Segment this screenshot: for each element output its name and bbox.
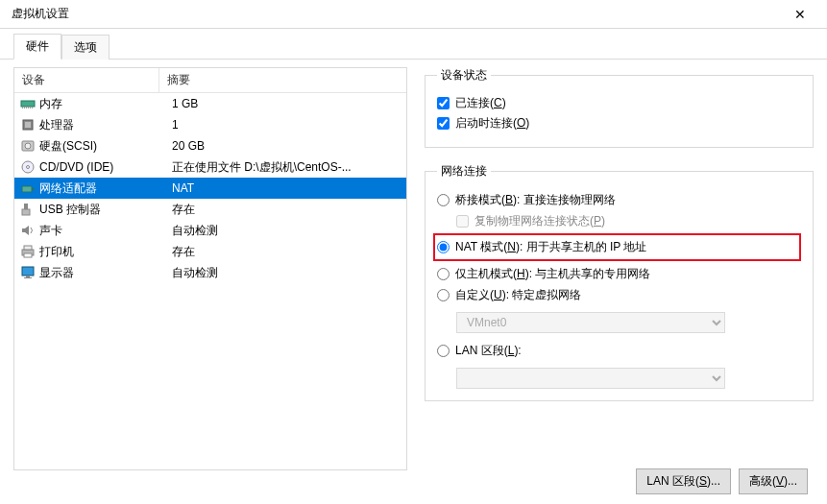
device-row[interactable]: 声卡自动检测 bbox=[14, 220, 406, 241]
nat-radio[interactable] bbox=[437, 241, 450, 253]
tab-hardware[interactable]: 硬件 bbox=[13, 34, 61, 60]
close-button[interactable]: ✕ bbox=[781, 0, 819, 29]
svg-rect-22 bbox=[26, 276, 30, 277]
device-summary: NAT bbox=[168, 181, 402, 195]
connect-at-poweron-checkbox[interactable] bbox=[437, 117, 450, 130]
svg-rect-21 bbox=[22, 267, 34, 276]
device-summary: 1 GB bbox=[168, 97, 402, 110]
device-row[interactable]: 内存1 GB bbox=[14, 93, 406, 114]
column-device[interactable]: 设备 bbox=[14, 68, 158, 92]
device-name: 网络适配器 bbox=[39, 180, 168, 197]
svg-rect-13 bbox=[22, 186, 32, 192]
lanseg-radio[interactable] bbox=[437, 345, 450, 357]
column-summary[interactable]: 摘要 bbox=[158, 68, 406, 92]
device-row[interactable]: USB 控制器存在 bbox=[14, 199, 406, 220]
usb-icon bbox=[20, 202, 36, 217]
device-row[interactable]: 硬盘(SCSI)20 GB bbox=[14, 135, 406, 156]
custom-label: 自定义(U): 特定虚拟网络 bbox=[455, 287, 581, 303]
svg-rect-4 bbox=[28, 107, 29, 108]
device-name: 处理器 bbox=[39, 117, 168, 133]
connect-at-poweron-label: 启动时连接(O) bbox=[455, 115, 529, 132]
sound-icon bbox=[20, 223, 36, 238]
bridged-label: 桥接模式(B): 直接连接物理网络 bbox=[455, 192, 616, 208]
svg-rect-6 bbox=[32, 107, 33, 108]
device-summary: 自动检测 bbox=[168, 223, 402, 239]
device-row[interactable]: 打印机存在 bbox=[14, 241, 406, 262]
device-summary: 20 GB bbox=[168, 139, 402, 153]
connected-checkbox[interactable] bbox=[437, 97, 450, 109]
cpu-icon bbox=[20, 117, 36, 132]
replicate-checkbox bbox=[456, 215, 469, 228]
vmnet-select: VMnet0 bbox=[456, 312, 725, 333]
printer-icon bbox=[20, 244, 36, 259]
window-title: 虚拟机设置 bbox=[8, 6, 781, 22]
device-row[interactable]: 处理器1 bbox=[14, 114, 406, 135]
svg-rect-1 bbox=[22, 107, 23, 108]
replicate-label: 复制物理网络连接状态(P) bbox=[474, 213, 605, 229]
device-summary: 1 bbox=[168, 118, 402, 132]
device-summary: 正在使用文件 D:\虚拟机\CentOS-... bbox=[168, 159, 402, 176]
svg-rect-19 bbox=[24, 246, 32, 250]
device-name: CD/DVD (IDE) bbox=[39, 160, 168, 174]
device-name: 内存 bbox=[39, 96, 168, 112]
device-summary: 自动检测 bbox=[168, 265, 402, 281]
lan-segments-button[interactable]: LAN 区段(S)... bbox=[636, 468, 731, 494]
device-list[interactable]: 设备 摘要 内存1 GB处理器1硬盘(SCSI)20 GBCD/DVD (IDE… bbox=[13, 67, 407, 470]
svg-rect-20 bbox=[24, 253, 32, 257]
svg-rect-23 bbox=[24, 277, 32, 278]
hostonly-radio[interactable] bbox=[437, 268, 450, 280]
device-summary: 存在 bbox=[168, 202, 402, 218]
svg-rect-0 bbox=[21, 101, 35, 107]
svg-rect-15 bbox=[24, 204, 28, 209]
bridged-radio[interactable] bbox=[437, 194, 450, 206]
svg-rect-16 bbox=[22, 209, 30, 215]
tab-options[interactable]: 选项 bbox=[61, 35, 109, 60]
device-name: 声卡 bbox=[39, 223, 168, 239]
advanced-button[interactable]: 高级(V)... bbox=[739, 468, 808, 494]
svg-marker-17 bbox=[22, 226, 29, 235]
device-name: 硬盘(SCSI) bbox=[39, 138, 168, 155]
device-state-group: 设备状态 已连接(C) 启动时连接(O) bbox=[425, 67, 814, 148]
device-name: 显示器 bbox=[39, 265, 168, 281]
net-icon bbox=[20, 180, 36, 196]
titlebar: 虚拟机设置 ✕ bbox=[0, 0, 827, 29]
device-summary: 存在 bbox=[168, 244, 402, 260]
connected-label: 已连接(C) bbox=[455, 95, 506, 111]
cd-icon bbox=[20, 159, 36, 175]
list-header: 设备 摘要 bbox=[14, 68, 406, 93]
svg-rect-2 bbox=[24, 107, 25, 108]
lanseg-label: LAN 区段(L): bbox=[455, 343, 522, 359]
custom-radio[interactable] bbox=[437, 289, 450, 301]
device-state-legend: 设备状态 bbox=[437, 67, 491, 84]
device-row[interactable]: 显示器自动检测 bbox=[14, 262, 406, 283]
network-connection-group: 网络连接 桥接模式(B): 直接连接物理网络 复制物理网络连接状态(P) NAT… bbox=[425, 163, 814, 401]
svg-point-10 bbox=[25, 143, 31, 149]
nat-highlight: NAT 模式(N): 用于共享主机的 IP 地址 bbox=[433, 233, 801, 261]
device-name: 打印机 bbox=[39, 244, 168, 260]
svg-point-12 bbox=[27, 166, 30, 169]
svg-rect-14 bbox=[32, 188, 35, 190]
network-connection-legend: 网络连接 bbox=[437, 163, 491, 180]
svg-rect-3 bbox=[26, 107, 27, 108]
lanseg-select bbox=[456, 368, 725, 389]
hostonly-label: 仅主机模式(H): 与主机共享的专用网络 bbox=[455, 266, 650, 282]
tabs: 硬件 选项 bbox=[0, 35, 827, 60]
device-row[interactable]: CD/DVD (IDE)正在使用文件 D:\虚拟机\CentOS-... bbox=[14, 156, 406, 178]
svg-rect-8 bbox=[25, 122, 31, 128]
svg-rect-5 bbox=[30, 107, 31, 108]
device-name: USB 控制器 bbox=[39, 202, 168, 218]
memory-icon bbox=[20, 96, 36, 111]
display-icon bbox=[20, 265, 36, 280]
nat-label: NAT 模式(N): 用于共享主机的 IP 地址 bbox=[455, 239, 646, 255]
disk-icon bbox=[20, 138, 36, 154]
device-row[interactable]: 网络适配器NAT bbox=[14, 178, 406, 199]
